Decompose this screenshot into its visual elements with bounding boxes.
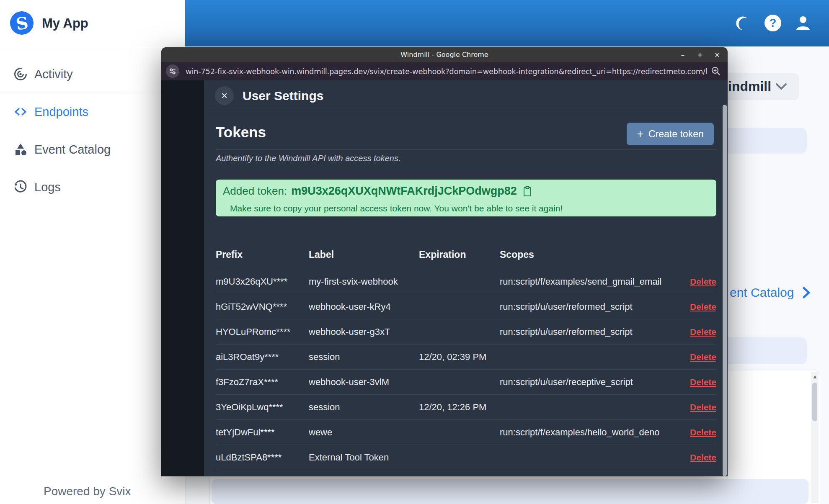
- scrollbar-thumb[interactable]: [812, 383, 817, 421]
- svix-logo: S: [10, 11, 34, 35]
- sidebar-item-label: Logs: [34, 180, 61, 194]
- table-row: HYOLuPRomc**** webhook-user-g3xT run:scr…: [216, 319, 716, 345]
- token-prefix: tetYjDwFul****: [216, 427, 309, 438]
- table-row: tetYjDwFul**** wewe run:script/f/example…: [216, 420, 716, 445]
- col-header-label: Label: [309, 249, 419, 260]
- token-prefix: 3YeOiKpLwq****: [216, 402, 309, 413]
- token-scopes: run:script/u/user/reformed_script: [500, 301, 678, 312]
- powered-by-svix: Powered by Svix: [44, 485, 131, 498]
- maximize-button[interactable]: +: [696, 51, 704, 59]
- sidebar-item-event-catalog[interactable]: Event Catalog: [0, 131, 185, 168]
- screen: { "sidebar": { "app_name": "My App", "it…: [0, 0, 829, 504]
- token-prefix: f3FzoZ7raX****: [216, 377, 309, 388]
- table-row: aiL3ROat9y**** session 12/20, 02:39 PM D…: [216, 345, 716, 370]
- token-label: session: [309, 352, 419, 363]
- tokens-section-title: Tokens: [216, 124, 266, 141]
- sidebar-item-label: Endpoints: [34, 105, 88, 119]
- app-name: My App: [42, 16, 88, 31]
- delete-token-link[interactable]: Delete: [678, 402, 716, 412]
- chevron-down-icon: [774, 82, 788, 92]
- delete-token-link[interactable]: Delete: [678, 453, 716, 463]
- tokens-table-header: Prefix Label Expiration Scopes: [216, 241, 716, 269]
- token-label: wewe: [309, 427, 419, 438]
- window-title: Windmill - Google Chrome: [161, 47, 728, 62]
- delete-token-link[interactable]: Delete: [678, 277, 716, 287]
- copy-clipboard-icon[interactable]: [523, 186, 532, 197]
- divider: [216, 149, 716, 150]
- workspace-selector-label: indmill: [728, 79, 771, 94]
- delete-token-link[interactable]: Delete: [678, 327, 716, 337]
- delete-token-link[interactable]: Delete: [678, 427, 716, 437]
- token-expiration: 12/20, 12:26 PM: [419, 402, 500, 413]
- site-settings-icon[interactable]: [166, 64, 179, 78]
- user-settings-modal: × User Settings Tokens + Create token Au…: [204, 80, 728, 476]
- activity-icon: [13, 67, 28, 81]
- close-modal-button[interactable]: ×: [215, 86, 234, 105]
- sidebar: S My App Activity Endpoints E: [0, 0, 186, 504]
- col-header-prefix: Prefix: [216, 249, 309, 260]
- page-panel-scrollbar[interactable]: ▲: [811, 372, 819, 503]
- col-header-scopes: Scopes: [500, 249, 678, 260]
- token-label: webhook-user-g3xT: [309, 327, 419, 337]
- token-prefix: uLdBztSPA8****: [216, 452, 309, 463]
- added-token-line: Added token: m9U3x26qXUXqNWtFAKrdjJCkPOd…: [223, 185, 532, 198]
- zoom-page-icon[interactable]: [711, 66, 721, 76]
- token-scopes: run:script/u/user/receptive_script: [500, 377, 678, 388]
- table-row: hGiT52wVNQ**** webhook-user-kRy4 run:scr…: [216, 294, 716, 319]
- delete-token-link[interactable]: Delete: [678, 352, 716, 362]
- top-header-bar: ?: [185, 0, 829, 46]
- url-bar: win-752-fix-svix-webhook-win.windmill.pa…: [161, 62, 728, 80]
- event-catalog-icon: [13, 142, 28, 157]
- added-token-value: m9U3x26qXUXqNWtFAKrdjJCkPOdwgp82: [291, 185, 517, 198]
- window-controls: – + ×: [679, 47, 721, 62]
- divider: [0, 48, 185, 48]
- table-row: f3FzoZ7raX**** webhook-user-3vlM run:scr…: [216, 370, 716, 395]
- window-titlebar[interactable]: Windmill - Google Chrome – + ×: [161, 47, 728, 62]
- token-label: webhook-user-3vlM: [309, 377, 419, 388]
- help-icon[interactable]: ?: [763, 13, 783, 33]
- create-token-button[interactable]: + Create token: [627, 123, 714, 145]
- svg-text:?: ?: [770, 17, 777, 29]
- token-label: webhook-user-kRy4: [309, 301, 419, 312]
- token-copy-note: Make sure to copy your personal access t…: [230, 203, 563, 213]
- delete-token-link[interactable]: Delete: [678, 377, 716, 387]
- table-row-partially-clipped: i9AiXYkdR**** Delete: [216, 470, 716, 476]
- scrollbar-up-arrow-icon[interactable]: ▲: [812, 373, 818, 380]
- sidebar-item-logs[interactable]: Logs: [0, 168, 185, 206]
- account-icon[interactable]: [793, 13, 813, 33]
- sidebar-item-endpoints[interactable]: Endpoints: [0, 93, 185, 131]
- added-token-banner: Added token: m9U3x26qXUXqNWtFAKrdjJCkPOd…: [216, 180, 716, 216]
- col-header-expiration: Expiration: [419, 249, 500, 260]
- chevron-right-icon: [800, 286, 812, 299]
- minimize-button[interactable]: –: [679, 51, 687, 59]
- event-catalog-link[interactable]: ent Catalog: [730, 285, 812, 300]
- token-scopes: run:script/f/examples/hello_world_deno: [500, 427, 678, 438]
- token-label: External Tool Token: [309, 452, 419, 463]
- sidebar-item-label: Activity: [34, 67, 73, 81]
- token-prefix: HYOLuPRomc****: [216, 327, 309, 337]
- modal-title: User Settings: [243, 80, 323, 111]
- chrome-window: Windmill - Google Chrome – + × win-752-f…: [161, 47, 728, 476]
- token-expiration: 12/20, 02:39 PM: [419, 352, 500, 363]
- token-prefix: m9U3x26qXU****: [216, 276, 309, 287]
- token-scopes: run:script/f/examples/send_gmail_email: [500, 276, 678, 287]
- table-row: 3YeOiKpLwq**** session 12/20, 12:26 PM D…: [216, 395, 716, 420]
- table-row: uLdBztSPA8**** External Tool Token Delet…: [216, 445, 716, 470]
- token-prefix: aiL3ROat9y****: [216, 352, 309, 363]
- delete-token-link[interactable]: Delete: [678, 302, 716, 312]
- modal-header: × User Settings: [204, 80, 728, 111]
- modal-scrollbar[interactable]: [723, 105, 727, 476]
- sidebar-item-label: Event Catalog: [34, 143, 111, 157]
- address-input[interactable]: win-752-fix-svix-webhook-win.windmill.pa…: [186, 67, 707, 76]
- close-window-button[interactable]: ×: [713, 51, 721, 59]
- added-token-label: Added token:: [223, 185, 287, 198]
- create-token-label: Create token: [648, 129, 704, 140]
- page-field-placeholder-band: [212, 479, 808, 504]
- table-row: m9U3x26qXU**** my-first-svix-webhook run…: [216, 269, 716, 294]
- token-label: my-first-svix-webhook: [309, 276, 419, 287]
- sidebar-item-activity[interactable]: Activity: [0, 55, 185, 93]
- dark-mode-moon-icon[interactable]: [733, 13, 752, 33]
- endpoints-icon: [13, 105, 28, 119]
- token-prefix: hGiT52wVNQ****: [216, 301, 309, 312]
- event-catalog-link-label: ent Catalog: [730, 285, 794, 300]
